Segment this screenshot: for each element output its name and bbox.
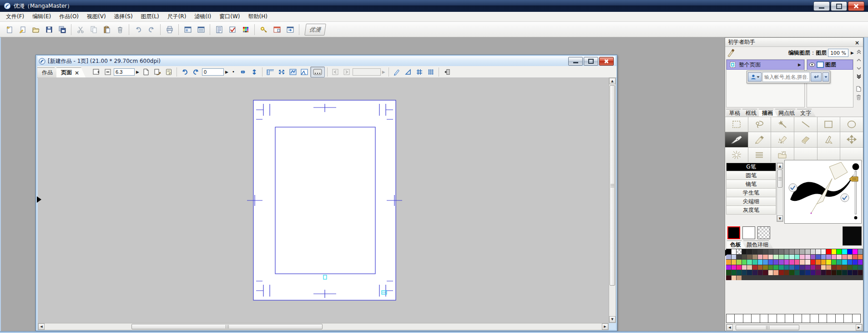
page-turn-button[interactable] <box>152 67 163 77</box>
doc-minimize-button[interactable] <box>568 57 583 66</box>
tool-move[interactable] <box>840 132 863 147</box>
palette-swatch[interactable] <box>742 255 747 260</box>
palette-swatch[interactable] <box>758 249 763 254</box>
custom-swatch-empty[interactable] <box>802 314 810 323</box>
palette-swatch[interactable] <box>805 270 810 275</box>
show-guides-button[interactable] <box>288 67 298 77</box>
palette-swatch[interactable] <box>826 249 831 254</box>
palette-swatch[interactable] <box>773 270 778 275</box>
palette-swatch[interactable] <box>758 270 763 275</box>
tool-speed-lines[interactable] <box>748 148 771 162</box>
panel-close-button[interactable]: × <box>853 39 861 46</box>
scroll-left-icon[interactable]: ◀ <box>38 323 45 330</box>
palette-swatch[interactable] <box>789 265 794 270</box>
palette-swatch[interactable] <box>821 255 826 260</box>
palette-swatch[interactable] <box>732 270 737 275</box>
pen-scroll-up-icon[interactable]: ▲ <box>777 163 783 169</box>
pen-item-di-pen[interactable]: 镝笔 <box>726 180 776 189</box>
palette-swatch[interactable] <box>795 255 800 260</box>
palette-swatch[interactable] <box>747 249 752 254</box>
cut-button[interactable] <box>74 23 87 36</box>
tool-line[interactable] <box>794 117 817 132</box>
palette-swatch[interactable] <box>837 255 842 260</box>
current-color-display[interactable] <box>843 226 862 246</box>
custom-swatch-empty[interactable] <box>777 314 785 323</box>
custom-swatch-empty[interactable] <box>768 314 777 323</box>
palette-swatch[interactable] <box>832 255 837 260</box>
palette-swatch[interactable] <box>816 270 821 275</box>
palette-swatch[interactable] <box>858 249 863 254</box>
pen-item-student-pen[interactable]: 学生笔 <box>726 189 776 197</box>
pen-list-scrollbar[interactable]: ▲ ▼ <box>777 163 783 222</box>
tool-settings-button[interactable] <box>257 23 270 36</box>
tab-page[interactable]: 页面× <box>56 67 86 77</box>
custom-swatch-empty[interactable] <box>810 314 818 323</box>
palette-swatch[interactable] <box>853 255 858 260</box>
palette-swatch[interactable] <box>784 249 789 254</box>
scroll-down-icon[interactable]: ▼ <box>609 316 616 323</box>
panel-hscrollbar[interactable]: ◀ ▶ <box>726 324 863 331</box>
palette-swatch[interactable] <box>779 270 784 275</box>
palette-swatch[interactable] <box>747 270 752 275</box>
palette-swatch[interactable] <box>811 260 816 265</box>
delete-layer-button[interactable] <box>854 93 863 101</box>
custom-swatch-empty[interactable] <box>743 314 752 323</box>
custom-swatch-empty[interactable] <box>853 314 861 323</box>
tab-text[interactable]: 文字 <box>797 109 816 117</box>
palette-swatch[interactable] <box>805 265 810 270</box>
custom-swatch-empty[interactable] <box>844 314 852 323</box>
palette-swatch[interactable] <box>737 265 742 270</box>
palette-swatch[interactable] <box>858 270 863 275</box>
background-color-swatch[interactable] <box>742 226 755 239</box>
palette-swatch[interactable] <box>742 270 747 275</box>
palette-swatch[interactable] <box>821 260 826 265</box>
palette-swatch[interactable] <box>737 276 742 281</box>
menu-view[interactable]: 视图(V) <box>83 12 110 21</box>
tab-color-detail[interactable]: 颜色详细 <box>743 241 773 248</box>
palette-swatch[interactable] <box>737 270 742 275</box>
tool-g-pen[interactable] <box>725 132 748 147</box>
custom-swatch-empty[interactable] <box>794 314 802 323</box>
palette-swatch[interactable] <box>795 249 800 254</box>
set-square-button[interactable] <box>403 67 414 77</box>
paste-button[interactable] <box>100 23 113 36</box>
custom-swatch-empty[interactable] <box>827 314 835 323</box>
palette-swatch[interactable] <box>837 270 842 275</box>
panel-scroll-left-icon[interactable]: ◀ <box>727 324 733 331</box>
palette-swatch[interactable] <box>752 260 757 265</box>
palette-swatch[interactable] <box>732 276 737 281</box>
palette-swatch[interactable] <box>842 270 847 275</box>
account-dropdown-button[interactable] <box>823 72 829 82</box>
open-button[interactable] <box>29 23 42 36</box>
palette-swatch[interactable] <box>848 249 853 254</box>
palette-swatch[interactable] <box>763 265 768 270</box>
palette-swatch[interactable] <box>789 260 794 265</box>
page-list-item-whole-page[interactable]: 整个页面 ▶ <box>727 60 804 70</box>
palette-swatch[interactable] <box>732 255 737 260</box>
document-titlebar[interactable]: [新建作品 - 1页] (21.00 * 29.70cm 600dpi) <box>37 56 616 66</box>
palette-swatch[interactable] <box>858 255 863 260</box>
palette-swatch[interactable] <box>726 260 731 265</box>
checklist-button[interactable] <box>226 23 239 36</box>
palette-swatch[interactable] <box>779 255 784 260</box>
tab-draft[interactable]: 草稿 <box>726 109 745 117</box>
palette-swatch[interactable] <box>768 255 773 260</box>
account-enter-button[interactable] <box>811 72 822 82</box>
undo-button[interactable] <box>131 23 145 36</box>
palette-swatch[interactable] <box>853 270 858 275</box>
pen-item-gray-pen[interactable]: 灰度笔 <box>726 206 776 215</box>
panel-toggle-button[interactable] <box>441 67 452 77</box>
materials-panel-button[interactable] <box>181 23 194 36</box>
palette-swatch[interactable] <box>779 260 784 265</box>
restore-button[interactable] <box>831 1 847 11</box>
account-search-input[interactable] <box>762 72 810 82</box>
tool-focus-lines[interactable] <box>725 148 748 162</box>
palette-swatch[interactable] <box>832 270 837 275</box>
color-palette-button[interactable] <box>239 23 252 36</box>
palette-swatch[interactable] <box>842 249 847 254</box>
zoom-spinner-icon[interactable]: ▶ <box>135 70 140 74</box>
palette-swatch[interactable] <box>737 255 742 260</box>
palette-swatch[interactable] <box>795 260 800 265</box>
palette-swatch[interactable] <box>826 270 831 275</box>
tab-color-swatches[interactable]: 色板 <box>727 241 746 248</box>
